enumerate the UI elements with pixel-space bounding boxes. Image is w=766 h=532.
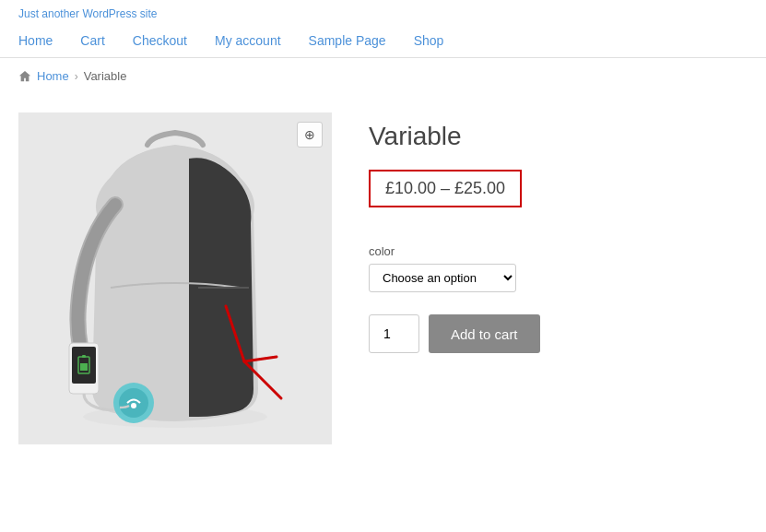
variation-label: color xyxy=(369,244,719,258)
product-details: Variable £10.00 – £25.00 color Choose an… xyxy=(369,112,719,444)
color-select[interactable]: Choose an option Red Blue Black xyxy=(369,264,516,292)
product-title: Variable xyxy=(369,122,719,151)
variation-section: color Choose an option Red Blue Black xyxy=(369,244,719,292)
price-range: £10.00 – £25.00 xyxy=(369,170,522,207)
zoom-button[interactable]: ⊕ xyxy=(297,122,323,148)
nav-myaccount[interactable]: My account xyxy=(215,33,281,48)
svg-rect-5 xyxy=(82,355,86,358)
product-image-container: ⊕ xyxy=(18,112,332,444)
breadcrumb-separator: › xyxy=(75,70,78,83)
site-tagline: Just another WordPress site xyxy=(0,0,766,24)
product-area: ⊕ Variable £10.00 – £25.00 color Choose … xyxy=(0,94,737,481)
zoom-icon: ⊕ xyxy=(304,127,315,142)
nav-bar: Home Cart Checkout My account Sample Pag… xyxy=(0,24,766,58)
breadcrumb-home-link[interactable]: Home xyxy=(37,69,69,83)
nav-shop[interactable]: Shop xyxy=(414,33,444,48)
nav-samplepage[interactable]: Sample Page xyxy=(309,33,386,48)
svg-point-8 xyxy=(131,403,136,408)
nav-home[interactable]: Home xyxy=(18,33,53,48)
breadcrumb-current: Variable xyxy=(84,69,127,83)
add-to-cart-button[interactable]: Add to cart xyxy=(429,314,540,353)
quantity-input[interactable] xyxy=(369,314,419,353)
nav-checkout[interactable]: Checkout xyxy=(133,33,187,48)
svg-rect-4 xyxy=(80,363,88,371)
product-image xyxy=(18,112,332,444)
home-icon xyxy=(18,70,31,83)
breadcrumb: Home › Variable xyxy=(0,58,766,94)
add-to-cart-row: Add to cart xyxy=(369,314,719,353)
nav-cart[interactable]: Cart xyxy=(80,33,104,48)
product-backpack-svg xyxy=(46,122,304,435)
